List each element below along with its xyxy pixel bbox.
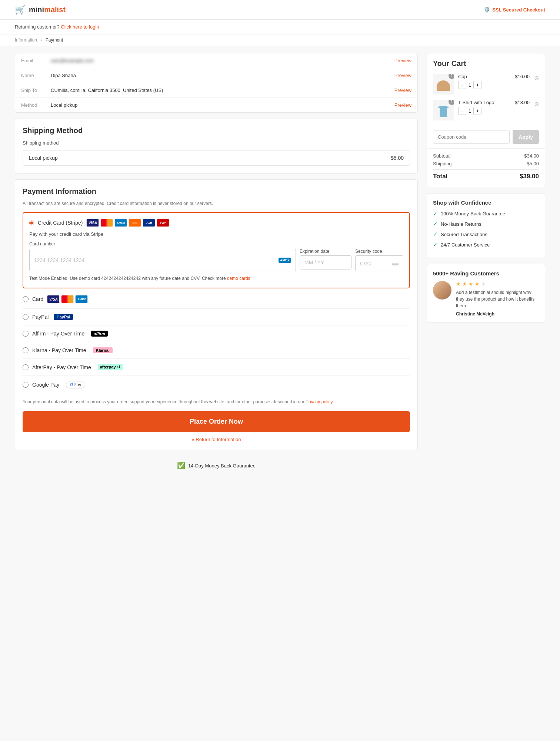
confidence-label-1: 100% Money-Back Guarantee bbox=[441, 211, 505, 216]
card-icons: VISA AMEX bbox=[47, 295, 88, 303]
payment-desc: All transactions are secure and encrypte… bbox=[23, 201, 410, 206]
star-4: ★ bbox=[475, 281, 480, 287]
method-value: Local pickup bbox=[45, 98, 388, 113]
affirm-radio[interactable] bbox=[23, 331, 29, 337]
name-value: Dipa Shaha bbox=[45, 68, 388, 83]
paypal-label: PayPal bbox=[32, 314, 49, 320]
breadcrumb-current: Payment bbox=[46, 37, 63, 43]
jcb-icon: JCB bbox=[143, 219, 155, 227]
tshirt-price: $18.00 bbox=[515, 100, 530, 105]
name-preview-link[interactable]: Preview bbox=[388, 68, 417, 83]
cart-item-tshirt: 1 T-Shirt with Logo - 1 + $18.00 ⊗ bbox=[433, 100, 539, 120]
coupon-input[interactable] bbox=[433, 130, 510, 144]
expiry-field[interactable]: MM / YY bbox=[300, 255, 351, 269]
star-rating: ★ ★ ★ ★ ★ bbox=[456, 281, 539, 287]
cap-name: Cap bbox=[458, 74, 510, 79]
cap-badge: 1 bbox=[449, 74, 454, 79]
main-layout: Email user@example.com Preview Name Dipa… bbox=[0, 46, 560, 490]
cart-title: Your Cart bbox=[427, 53, 545, 68]
cap-image: 1 bbox=[433, 74, 454, 95]
payment-section: Payment Information All transactions are… bbox=[15, 179, 418, 450]
afterpay-radio[interactable] bbox=[23, 364, 29, 370]
testimonial-content: ★ ★ ★ ★ ★ Add a testimonial should highl… bbox=[456, 281, 539, 317]
afterpay-label: AfterPay - Pay Over Time bbox=[32, 364, 91, 370]
tshirt-icon bbox=[437, 106, 449, 117]
paypal-radio[interactable] bbox=[23, 314, 29, 320]
subtotal-label: Subtotal bbox=[433, 153, 451, 159]
cc-radio[interactable] bbox=[29, 221, 34, 225]
test-mode-text: Test Mode Enabled: Use demo card 4242424… bbox=[29, 275, 403, 282]
cvc-field[interactable]: CVC ▬ bbox=[355, 255, 403, 271]
breadcrumb-info[interactable]: Information bbox=[15, 37, 37, 43]
afterpay-logo: afterpay ↺ bbox=[98, 364, 123, 370]
paypal-option: PayPal PayPal bbox=[23, 309, 410, 325]
tshirt-qty-decrease[interactable]: - bbox=[458, 107, 466, 115]
card-label: Card bbox=[32, 296, 43, 302]
cart-totals: Subtotal $34.00 Shipping $5.00 Total $39… bbox=[427, 148, 545, 187]
privacy-policy-link[interactable]: Privacy policy. bbox=[306, 399, 334, 404]
klarna-radio[interactable] bbox=[23, 347, 29, 353]
avatar bbox=[433, 281, 451, 300]
check-icon-2: ✓ bbox=[433, 221, 438, 227]
ssl-text: SSL Secured Checkout bbox=[492, 7, 545, 13]
shipping-label: Shipping bbox=[433, 161, 452, 166]
total-label: Total bbox=[433, 173, 447, 180]
shipping-method-price: $5.00 bbox=[391, 155, 404, 161]
demo-cards-link[interactable]: demo cards bbox=[227, 276, 250, 281]
method-preview-link[interactable]: Preview bbox=[388, 98, 417, 113]
testimonial-card: 5000+ Raving Customers ★ ★ ★ ★ ★ Add a t… bbox=[427, 264, 545, 323]
star-2: ★ bbox=[462, 281, 467, 287]
tshirt-remove-button[interactable]: ⊗ bbox=[534, 100, 539, 107]
coupon-row: Apply bbox=[427, 126, 545, 148]
payment-title: Payment Information bbox=[23, 187, 410, 196]
shipping-method-name: Local pickup bbox=[29, 155, 58, 161]
logo-mini: mini bbox=[29, 6, 44, 14]
card-number-field[interactable]: 1234 1234 1234 1234 AMEX bbox=[29, 249, 296, 271]
mc-icon-card bbox=[61, 295, 74, 303]
shield-icon: 🛡️ bbox=[484, 7, 490, 13]
confidence-item-2: ✓ No-Hassle Returns bbox=[433, 221, 539, 227]
gpay-radio[interactable] bbox=[23, 382, 29, 388]
tshirt-info: T-Shirt with Logo - 1 + bbox=[458, 100, 510, 115]
login-link[interactable]: Click here to login bbox=[61, 24, 99, 30]
avatar-image bbox=[433, 281, 451, 300]
shipping-row: Shipping $5.00 bbox=[433, 161, 539, 166]
check-icon-1: ✓ bbox=[433, 210, 438, 217]
table-row: Email user@example.com Preview bbox=[15, 53, 417, 68]
info-card: Email user@example.com Preview Name Dipa… bbox=[15, 53, 418, 113]
cap-price: $16.00 bbox=[515, 74, 530, 79]
card-back-icon: ▬ bbox=[392, 259, 399, 267]
cart-item-cap: 1 Cap - 1 + $16.00 ⊗ bbox=[433, 74, 539, 95]
card-option: Card VISA AMEX bbox=[23, 290, 410, 309]
customers-title: 5000+ Raving Customers bbox=[433, 270, 539, 277]
shipping-title: Shipping Method bbox=[23, 126, 410, 135]
return-to-information-link[interactable]: « Return to Information bbox=[23, 437, 410, 442]
tshirt-qty-increase[interactable]: + bbox=[473, 107, 481, 115]
card-radio[interactable] bbox=[23, 296, 29, 302]
email-preview-link[interactable]: Preview bbox=[388, 53, 417, 68]
cart-icon: 🛒 bbox=[15, 4, 26, 15]
cc-panel-header: Credit Card (Stripe) VISA AMEX DIS JCB P… bbox=[29, 219, 403, 227]
gpay-logo: G Pay bbox=[66, 381, 85, 388]
table-row: Name Dipa Shaha Preview bbox=[15, 68, 417, 83]
cap-qty-value: 1 bbox=[469, 82, 471, 88]
testimonial-author: Christine McVeigh bbox=[456, 311, 539, 317]
cap-qty-increase[interactable]: + bbox=[473, 81, 481, 89]
total-row: Total $39.00 bbox=[433, 169, 539, 180]
confidence-label-4: 24/7 Customer Service bbox=[441, 242, 490, 248]
money-back-text: 14-Day Money Back Gaurantee bbox=[188, 463, 256, 469]
affirm-option: Affirm - Pay Over Time affirm bbox=[23, 325, 410, 342]
shipto-preview-link[interactable]: Preview bbox=[388, 83, 417, 98]
gpay-option: Google Pay G Pay bbox=[23, 376, 410, 394]
star-5: ★ bbox=[481, 281, 486, 287]
shipping-option: Local pickup $5.00 bbox=[23, 150, 410, 166]
returning-customer-bar: Returning customer? Click here to login bbox=[0, 20, 560, 34]
klarna-option: Klarna - Pay Over Time Klarna. bbox=[23, 342, 410, 359]
cap-remove-button[interactable]: ⊗ bbox=[534, 75, 539, 82]
shipping-section: Shipping Method Shipping method Local pi… bbox=[15, 119, 418, 173]
cap-qty-decrease[interactable]: - bbox=[458, 81, 466, 89]
apply-coupon-button[interactable]: Apply bbox=[513, 130, 539, 144]
ssl-badge: 🛡️ SSL Secured Checkout bbox=[484, 7, 545, 13]
affirm-logo: affirm bbox=[91, 331, 107, 337]
place-order-button[interactable]: Place Order Now bbox=[23, 411, 410, 432]
